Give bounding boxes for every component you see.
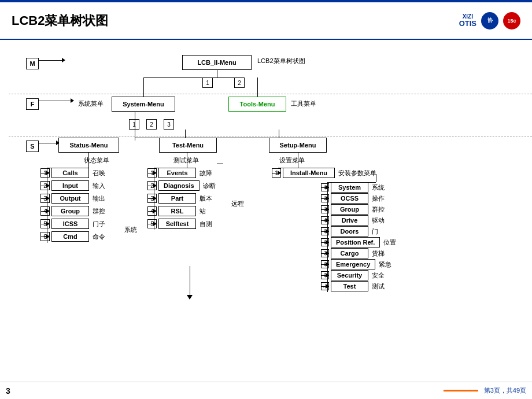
s-arrow xyxy=(39,141,60,145)
status-h-connect xyxy=(47,168,88,168)
test-row-3: 3 Part 版本 xyxy=(147,193,212,204)
setup-menu-label: 设置菜单 xyxy=(279,156,305,165)
status-vline xyxy=(47,168,47,243)
dashed-line-1 xyxy=(9,94,532,94)
status-row-5: 5 ICSS 门子 xyxy=(40,219,105,229)
posref-box: Position Ref. xyxy=(331,237,380,247)
arrow-output xyxy=(40,196,50,201)
arrow-events xyxy=(147,171,157,175)
drive-box: Drive xyxy=(331,215,368,226)
icss-box: ICSS xyxy=(51,219,89,229)
install-row-4: 4 Drive 驱动 xyxy=(321,215,385,226)
install-row-5: 5 Doors 门 xyxy=(321,226,378,237)
status-row-4: 4 Group 群控 xyxy=(40,206,105,216)
status-menu-label: 状态菜单 xyxy=(84,156,109,165)
install-row-2: 2 OCSS 操作 xyxy=(321,193,385,204)
cmd-box: Cmd xyxy=(51,231,89,242)
blue-logo: 协 xyxy=(481,12,498,29)
header: LCB2菜单树状图 XIZI OTIS 协 15c xyxy=(0,2,532,40)
rsl-label: 站 xyxy=(200,207,206,216)
f-arrow xyxy=(39,98,74,103)
part-label2: 远程 xyxy=(231,200,244,208)
input-box: Input xyxy=(51,180,89,191)
diagnosis-label: 诊断 xyxy=(203,182,216,190)
line-sys-1 xyxy=(135,112,135,141)
cmd-label: 命令 xyxy=(93,232,105,241)
num-2-root: 2 xyxy=(234,77,245,88)
status-row-2: 2 Input 输入 xyxy=(40,180,105,191)
f-box: F xyxy=(26,98,39,110)
diagram: M LCB_II-Menu LCB2菜单树状图 1 2 F 系统菜单 Syste… xyxy=(9,46,523,370)
install-row-7: 7 Cargo 货梯 xyxy=(321,248,385,258)
m-arrow xyxy=(39,58,65,62)
arrow-install xyxy=(272,171,281,175)
rsl-box: RSL xyxy=(158,206,196,216)
main-content: M LCB_II-Menu LCB2菜单树状图 1 2 F 系统菜单 Syste… xyxy=(0,40,532,382)
drive-label: 驱动 xyxy=(372,216,385,225)
arrow-input xyxy=(40,183,50,188)
lcb-menu-box: LCB_II-Menu xyxy=(182,55,252,70)
test-menu-label: 测试菜单 xyxy=(173,156,199,165)
status-down-line xyxy=(88,153,89,168)
s-box: S xyxy=(26,141,39,152)
page-title: LCB2菜单树状图 xyxy=(12,12,459,29)
doors-box: Doors xyxy=(331,226,368,237)
install-down-line xyxy=(376,174,376,182)
posref-label: 位置 xyxy=(383,238,396,247)
install-row-3: 3 Group 群控 xyxy=(321,204,385,215)
bottom-bar: 3 第3页，共49页 xyxy=(0,382,532,399)
status-row-1: 1 Calls 召唤 xyxy=(40,168,105,178)
install-menu-label: 安装参数菜单 xyxy=(338,169,376,178)
test-h-connect xyxy=(154,168,187,168)
root-vline-right xyxy=(257,77,258,97)
diagnosis-box: Diagnosis xyxy=(158,180,200,191)
part-box: Part xyxy=(158,193,196,204)
ocss-label: 操作 xyxy=(372,194,385,203)
install-row-9: 9 Security 安全 xyxy=(321,270,385,280)
events-box: Events xyxy=(158,168,196,178)
status-menu-box: Status-Menu xyxy=(58,138,119,153)
test-sub-box: Test xyxy=(331,281,368,291)
root-label: LCB2菜单树状图 xyxy=(257,57,305,65)
test-sub-label: 测试 xyxy=(372,282,385,291)
install-menu-box: Install-Menu xyxy=(283,168,335,178)
test-down-line xyxy=(187,153,187,168)
arrow-diagnosis xyxy=(147,183,157,188)
group-box: Group xyxy=(51,206,89,216)
dashed-line-2 xyxy=(9,136,532,136)
system-menu-box: System-Menu xyxy=(112,97,175,112)
line-test-down xyxy=(185,130,186,138)
xizi-otis-logo: XIZI OTIS xyxy=(459,13,476,28)
line-h-menus xyxy=(135,138,279,138)
test-dashed: — xyxy=(217,159,223,166)
group-sub-box: Group xyxy=(331,204,368,215)
input-label: 输入 xyxy=(93,182,105,190)
arrow-calls xyxy=(40,171,50,175)
page-number: 3 xyxy=(6,386,221,396)
calls-box: Calls xyxy=(51,168,89,178)
install-vline xyxy=(327,182,328,292)
test-row-2: 2 Diagnosis 诊断 xyxy=(147,180,216,191)
events-label: 故障 xyxy=(200,169,212,178)
system-label: 系统 xyxy=(372,183,385,192)
arrow-part xyxy=(147,196,157,201)
selftest-box: Selftest xyxy=(158,219,196,229)
setup-h-connect xyxy=(278,168,298,168)
cargo-box: Cargo xyxy=(331,248,368,258)
root-hline xyxy=(143,77,238,78)
setup-menu-box: Setup-Menu xyxy=(269,138,327,153)
group-label: 群控 xyxy=(93,207,105,216)
calls-label: 召唤 xyxy=(93,169,105,178)
num-3-sys: 3 xyxy=(164,119,174,130)
test-row-5: 5 Selftest 自测 xyxy=(147,219,212,229)
group-sub-label: 群控 xyxy=(372,205,385,214)
status-row-3: 3 Output 输出 xyxy=(40,193,105,204)
arrow-icss xyxy=(40,221,50,226)
tools-menu-box: Tools-Menu xyxy=(228,97,286,112)
security-label: 安全 xyxy=(372,271,385,280)
ocss-box: OCSS xyxy=(331,193,368,204)
root-vline-left xyxy=(143,77,144,97)
num-1-root: 1 xyxy=(202,77,213,88)
setup-row-1: 1 Install-Menu 安装参数菜单 xyxy=(272,168,376,178)
cargo-label: 货梯 xyxy=(372,249,385,258)
